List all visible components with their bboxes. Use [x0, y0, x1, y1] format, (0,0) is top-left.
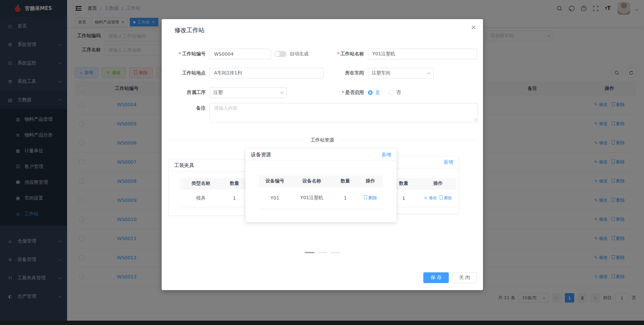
enabled-label: *是否启用 — [303, 90, 368, 96]
station-name-label: *工作站名称 — [303, 51, 368, 57]
resources-divider: 工作站资源 — [168, 140, 476, 140]
enabled-yes-radio[interactable]: 是 — [368, 90, 380, 96]
col-fixture-qty: 数量 — [221, 180, 248, 186]
carousel-dot-2[interactable] — [317, 252, 327, 253]
col-action: 操作 — [420, 180, 457, 186]
process-label: 所属工序 — [168, 90, 210, 96]
station-name-input[interactable] — [368, 49, 477, 59]
device-code-cell: Y01 — [259, 195, 291, 201]
remark-textarea[interactable] — [210, 103, 478, 122]
pencil-icon: ✎ — [424, 196, 427, 201]
textarea-resize-handle[interactable] — [474, 118, 477, 121]
app-root: 苦糖果MES ◴ 首页 ⚙ 系统管理 ⊡ 系统监控 ⚒ 系统工具 — [0, 0, 644, 325]
device-card-title: 设备资源 — [251, 152, 271, 158]
trash-icon — [364, 196, 367, 199]
remark-label: 备注 — [168, 105, 210, 111]
station-location-label: 工作站地点 — [168, 70, 210, 76]
auto-generate-switch[interactable] — [274, 51, 286, 57]
chevron-down-icon — [280, 91, 284, 94]
radio-dot — [389, 90, 393, 95]
carousel-dot-3[interactable] — [330, 252, 340, 253]
col-device-name: 设备名称 — [291, 178, 333, 184]
device-add-link[interactable]: 新增 — [382, 152, 391, 158]
enabled-no-radio[interactable]: 否 — [389, 90, 401, 96]
process-select[interactable]: 注塑 — [210, 87, 287, 98]
carousel-dot-1[interactable] — [305, 252, 315, 253]
workshop-label: 所在车间 — [303, 70, 368, 76]
trash-icon — [440, 197, 443, 200]
station-code-label: *工作站编号 — [168, 51, 210, 57]
col-device-code: 设备编号 — [259, 178, 291, 184]
chevron-down-icon — [427, 71, 431, 74]
save-button[interactable]: 保 存 — [423, 272, 449, 283]
fixture-qty-cell: 1 — [221, 196, 248, 201]
carousel-indicators — [305, 252, 340, 253]
edit-workstation-dialog: 修改工作站 × *工作站编号 自动生成 *工作站名称 工作站地点 所在车间 注塑… — [162, 19, 483, 290]
fixture-card-title: 工装夹具 — [174, 162, 194, 169]
dialog-title: 修改工作站 — [174, 26, 205, 34]
dialog-close-icon[interactable]: × — [471, 23, 476, 31]
station-code-input[interactable] — [210, 49, 271, 59]
right-delete-link[interactable]: 删除 — [440, 195, 452, 201]
col-fixture-type: 类型名称 — [181, 180, 221, 186]
fixture-type-cell: 模具 — [181, 195, 221, 201]
device-qty-cell: 1 — [333, 195, 358, 201]
radio-dot — [368, 90, 373, 95]
close-button[interactable]: 关 闭 — [452, 272, 477, 283]
device-delete-link[interactable]: 删除 — [364, 195, 377, 201]
col-device-action: 操作 — [358, 178, 383, 184]
col-device-qty: 数量 — [333, 178, 358, 184]
right-card-add-link[interactable]: 新增 — [444, 159, 453, 165]
right-edit-link[interactable]: ✎修改 — [424, 195, 437, 201]
workshop-select[interactable]: 注塑车间 — [368, 68, 434, 78]
device-name-cell: Y01注塑机 — [291, 195, 333, 201]
device-resource-card: 设备资源 新增 设备编号 设备名称 数量 操作 Y01 Y01注塑机 1 删除 — [246, 149, 396, 222]
